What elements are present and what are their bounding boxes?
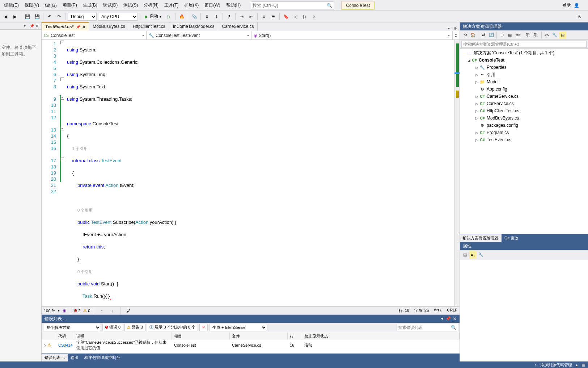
home-icon[interactable]: 🏠 — [469, 32, 477, 39]
menu-edit[interactable]: 编辑(E) — [1, 1, 22, 10]
menu-git[interactable]: Git(G) — [42, 1, 60, 9]
bookmark-next-icon[interactable]: ▷ — [301, 13, 309, 21]
warning-chip[interactable]: ⚠警告 3 — [124, 324, 145, 331]
global-search[interactable]: 🔍 — [251, 1, 334, 9]
col-file[interactable]: 文件 — [230, 332, 288, 340]
error-count[interactable]: ⊗ 2 — [74, 308, 80, 313]
tree-properties[interactable]: ▷ 🔧 Properties — [460, 64, 588, 71]
tree-appconfig[interactable]: ⚙ App.config — [460, 85, 588, 93]
error-search[interactable]: 🔍 — [397, 324, 458, 331]
live-share-icon[interactable]: ⇱ — [576, 13, 584, 21]
tab-httpclienttest[interactable]: HttpClientTest.cs — [129, 22, 169, 31]
tree-modbusbytes[interactable]: ▷ C# ModBusBytes.cs — [460, 114, 588, 122]
tab-incometaskmodel[interactable]: InComeTaskModel.cs — [169, 22, 219, 31]
repo-icon[interactable]: ▦ — [581, 363, 585, 367]
tab-modbusbytes[interactable]: ModBusBytes.cs — [89, 22, 129, 31]
dropdown-icon[interactable]: ▾ — [24, 24, 28, 28]
bottom-tab-errorlist[interactable]: 错误列表 ... — [42, 354, 68, 361]
nav-class-select[interactable]: 🔧 ConsoleTest.TestEvent ▾ — [147, 31, 251, 39]
menu-window[interactable]: 窗口(W) — [202, 1, 223, 10]
copy2-icon[interactable]: ⿻ — [533, 32, 540, 39]
expand-icon[interactable]: ▷ — [474, 95, 479, 99]
expand-icon[interactable]: ▷ — [474, 73, 479, 77]
comment-icon[interactable]: ⁋ — [225, 13, 233, 21]
close-icon[interactable]: ✕ — [82, 25, 85, 29]
fold-icon[interactable]: − — [60, 41, 64, 44]
fold-icon[interactable]: − — [60, 127, 64, 130]
warning-count[interactable]: ⚠ 0 — [83, 308, 90, 313]
dropdown-icon[interactable]: ▾ — [441, 316, 443, 321]
bookmark-clear-icon[interactable]: ✕ — [310, 13, 318, 21]
format-icon[interactable]: ≡ — [260, 13, 268, 21]
tab-settings-icon[interactable]: ⚙ — [454, 26, 458, 31]
format2-icon[interactable]: ≣ — [269, 13, 277, 21]
split-editor-icon[interactable]: ‡ — [452, 31, 460, 39]
menu-help[interactable]: 帮助(H) — [223, 1, 244, 10]
fold-icon[interactable]: − — [60, 78, 64, 81]
outdent-icon[interactable]: ⇤ — [247, 13, 255, 21]
zoom-level[interactable]: 100 % — [44, 309, 55, 313]
bottom-tab-pkgmgr[interactable]: 程序包管理器控制台 — [81, 354, 123, 361]
up-arrow-icon[interactable]: ↑ — [98, 307, 106, 315]
tree-packagesconfig[interactable]: ⚙ packages.config — [460, 122, 588, 129]
bottom-tab-output[interactable]: 输出 — [68, 354, 81, 361]
code-icon[interactable]: <> — [543, 32, 550, 39]
expand-icon[interactable]: ▷ — [474, 116, 479, 120]
pin-icon[interactable]: 📌 — [30, 24, 34, 28]
code-editor[interactable]: 123 456 78 91011 1213 141516 1718 192021… — [42, 40, 460, 306]
refresh-icon[interactable]: 🔄 — [488, 32, 495, 39]
show-all-icon[interactable]: ▦ — [506, 32, 513, 39]
nav-member-select[interactable]: ◉ Start() ▾ — [251, 31, 452, 39]
filter-icon[interactable]: ▤ — [559, 32, 566, 39]
menu-build[interactable]: 生成(B) — [80, 1, 100, 10]
tab-carneservice[interactable]: CarneService.cs — [218, 22, 258, 31]
menu-test[interactable]: 测试(S) — [120, 1, 141, 10]
copy-icon[interactable]: ⿻ — [525, 32, 532, 39]
col-project[interactable]: 项目 — [172, 332, 230, 340]
categorize-icon[interactable]: ▤ — [461, 251, 469, 259]
pin-icon[interactable]: 📌 — [445, 316, 451, 321]
close-icon[interactable]: ✕ — [453, 316, 457, 321]
tree-solution-root[interactable]: ⚏ 解决方案 'ConsoleTest' (1 个项目, 共 1 个) — [460, 49, 588, 57]
redo-icon[interactable]: ↷ — [55, 13, 63, 21]
col-line[interactable]: 行 — [288, 332, 302, 340]
solution-search-input[interactable] — [461, 41, 587, 48]
step-icon[interactable]: ⬇ — [203, 13, 211, 21]
pin-icon[interactable]: 📌 — [76, 25, 80, 29]
right-tab-solution[interactable]: 解决方案资源管理器 — [460, 234, 502, 242]
tree-carservice[interactable]: ▷ C# CarService.cs — [460, 100, 588, 107]
nav-project-select[interactable]: C# ConsoleTest ▾ — [42, 31, 147, 39]
right-tab-git[interactable]: Git 更改 — [502, 234, 521, 242]
hot-reload-icon[interactable]: 🔥 — [178, 13, 186, 21]
menu-tools[interactable]: 工具(T) — [161, 1, 181, 10]
bookmark-icon[interactable]: 🔖 — [282, 13, 290, 21]
error-row[interactable]: ▷ ⚠ CS0414 字段"CarneService.isSuccessed"已… — [42, 340, 460, 350]
bookmark-prev-icon[interactable]: ◁ — [291, 13, 299, 21]
build-filter-select[interactable]: 生成 + IntelliSense — [209, 324, 267, 331]
menu-analyze[interactable]: 分析(N) — [141, 1, 161, 10]
preview-icon[interactable]: 👁 — [514, 32, 521, 39]
expand-icon[interactable]: ▷ — [474, 80, 479, 84]
menu-project[interactable]: 项目(P) — [60, 1, 80, 10]
fold-icon[interactable]: − — [60, 158, 64, 161]
save-icon[interactable]: 💾 — [24, 13, 31, 21]
source-control-button[interactable]: 添加到源代码管理 — [540, 362, 572, 368]
expand-icon[interactable]: ▷ — [474, 66, 479, 70]
user-icon[interactable]: 👤 — [574, 3, 579, 8]
close-icon[interactable]: ✕ — [35, 24, 40, 28]
error-chip[interactable]: ⊗错误 0 — [102, 324, 123, 331]
expand-icon[interactable]: ▷ — [474, 131, 479, 135]
global-search-input[interactable] — [253, 3, 327, 8]
code-body[interactable]: using System; using System.Collections.G… — [65, 40, 454, 306]
tree-references[interactable]: ▷ ▪▪ 引用 — [460, 71, 588, 78]
indent-mode[interactable]: 空格 — [434, 308, 442, 313]
menu-extensions[interactable]: 扩展(X) — [181, 1, 202, 10]
tab-testevent[interactable]: TestEvent.cs* 📌 ✕ — [42, 22, 89, 31]
tree-carneservice[interactable]: ▷ C# CarneService.cs — [460, 93, 588, 100]
expand-icon[interactable]: ◢ — [466, 58, 471, 62]
home-icon[interactable]: ⟲ — [461, 32, 469, 39]
props-wrench-icon[interactable]: 🔧 — [477, 251, 485, 259]
save-all-icon[interactable]: 💾 — [33, 13, 41, 21]
tree-program[interactable]: ▷ C# Program.cs — [460, 129, 588, 136]
scope-select[interactable]: 整个解决方案 — [43, 324, 101, 331]
